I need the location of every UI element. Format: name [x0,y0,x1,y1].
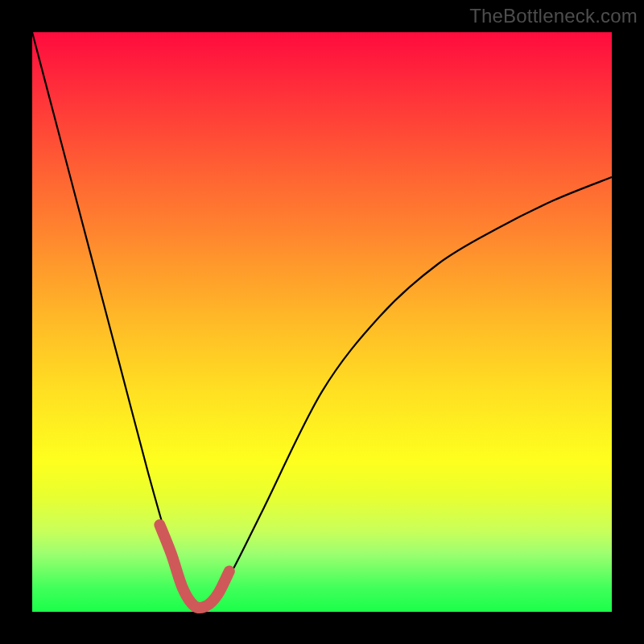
highlight-dip [159,525,229,608]
chart-background: TheBottleneck.com [0,0,644,644]
bottleneck-curve [32,32,612,608]
curve-layer [32,32,612,612]
attribution-text: TheBottleneck.com [469,5,638,27]
